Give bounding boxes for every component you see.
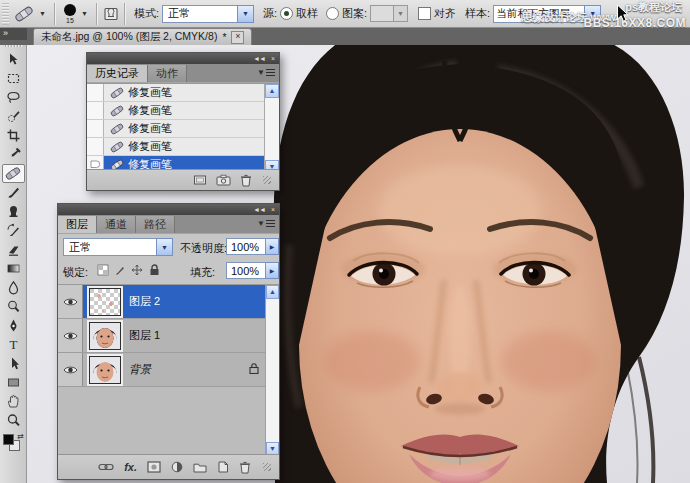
lock-transparency-icon[interactable]	[96, 263, 110, 277]
lock-position-icon[interactable]	[130, 263, 144, 277]
tool-hand[interactable]	[2, 392, 25, 411]
tool-rectangular-marquee[interactable]	[2, 69, 25, 88]
fill-control[interactable]: 100% ▶	[226, 262, 279, 279]
chevron-right-icon[interactable]: ▶	[266, 238, 279, 255]
clone-source-panel-icon[interactable]	[103, 6, 119, 22]
chevron-down-icon[interactable]: ▼	[584, 5, 601, 23]
color-swatches[interactable]: ⇄	[2, 432, 24, 452]
tool-quick-selection[interactable]	[2, 107, 25, 126]
history-item[interactable]: 修复画笔	[87, 84, 279, 102]
history-item[interactable]: 修复画笔	[87, 102, 279, 120]
layer-name[interactable]: 背景	[129, 362, 151, 377]
collapse-icon[interactable]: ◄◄	[253, 206, 265, 213]
scroll-up-icon[interactable]: ▲	[266, 285, 279, 299]
link-layers-icon[interactable]	[98, 462, 114, 472]
new-layer-icon[interactable]	[217, 461, 229, 473]
swap-colors-icon[interactable]: ⇄	[17, 432, 24, 441]
tab-actions[interactable]: 动作	[148, 65, 187, 82]
tool-move[interactable]	[2, 50, 25, 69]
trash-icon[interactable]	[239, 461, 251, 474]
layers-panel-titlebar[interactable]: ◄◄ ×	[58, 204, 279, 215]
history-source-checkbox[interactable]	[87, 138, 104, 155]
source-pattern-radio[interactable]	[326, 7, 339, 20]
close-icon[interactable]: ×	[271, 55, 275, 62]
close-icon[interactable]: ×	[271, 206, 275, 213]
adjustment-layer-icon[interactable]	[171, 461, 183, 473]
fill-value[interactable]: 100%	[226, 262, 266, 279]
history-item[interactable]: 修复画笔	[87, 138, 279, 156]
layer-name[interactable]: 图层 2	[129, 294, 160, 309]
toolbox-expand-button[interactable]: »	[0, 27, 27, 40]
trash-icon[interactable]	[240, 174, 252, 187]
add-layer-mask-icon[interactable]	[147, 461, 161, 473]
tool-eraser[interactable]	[2, 240, 25, 259]
layers-scrollbar[interactable]: ▲ ▼	[265, 285, 279, 456]
chevron-down-icon[interactable]: ▼	[394, 5, 408, 22]
chevron-down-icon[interactable]: ▼	[156, 238, 173, 256]
tool-path-selection[interactable]	[2, 354, 25, 373]
visibility-toggle[interactable]	[58, 353, 83, 386]
history-panel-titlebar[interactable]: ◄◄ ×	[87, 53, 279, 64]
panel-menu-icon[interactable]: ▼	[257, 68, 275, 77]
history-source-checkbox[interactable]	[87, 120, 104, 137]
layer-name[interactable]: 图层 1	[129, 328, 160, 343]
tool-lasso[interactable]	[2, 88, 25, 107]
tool-preset-picker[interactable]: ▼	[14, 5, 46, 23]
lock-all-icon[interactable]	[147, 263, 161, 277]
aligned-checkbox[interactable]	[418, 7, 431, 20]
layer2-thumbnail[interactable]	[89, 288, 121, 316]
visibility-toggle[interactable]	[58, 285, 83, 318]
tool-blur[interactable]	[2, 278, 25, 297]
scroll-up-icon[interactable]: ▲	[265, 84, 279, 98]
resize-grip[interactable]	[263, 176, 271, 184]
opacity-control[interactable]: 100% ▶	[226, 238, 279, 255]
tool-healing-brush[interactable]	[2, 164, 25, 183]
lock-pixels-icon[interactable]	[113, 263, 127, 277]
layer-row-background[interactable]: 背景	[58, 353, 279, 387]
brush-picker[interactable]: 15 ▼	[64, 4, 88, 24]
tool-gradient[interactable]	[2, 259, 25, 278]
tab-history[interactable]: 历史记录	[87, 65, 148, 82]
new-document-from-state-icon[interactable]	[193, 174, 207, 186]
history-source-checkbox[interactable]	[87, 84, 104, 101]
resize-grip[interactable]	[263, 463, 271, 471]
new-snapshot-icon[interactable]	[216, 174, 231, 186]
tab-layers[interactable]: 图层	[58, 216, 97, 233]
tool-dodge[interactable]	[2, 297, 25, 316]
tool-rectangle[interactable]	[2, 373, 25, 392]
new-group-icon[interactable]	[193, 462, 207, 473]
history-scrollbar[interactable]: ▲ ▼	[264, 84, 279, 174]
chevron-right-icon[interactable]: ▶	[266, 262, 279, 279]
options-bar-grip[interactable]	[2, 3, 9, 25]
tool-pen[interactable]	[2, 316, 25, 335]
tool-brush[interactable]	[2, 183, 25, 202]
collapse-icon[interactable]: ◄◄	[253, 55, 265, 62]
layer-style-icon[interactable]: fx.	[124, 461, 137, 473]
tab-channels[interactable]: 通道	[97, 216, 136, 233]
panel-menu-icon[interactable]: ▼	[257, 219, 275, 228]
history-item[interactable]: 修复画笔	[87, 120, 279, 138]
source-sampled-radio[interactable]	[280, 7, 293, 20]
tab-paths[interactable]: 路径	[136, 216, 175, 233]
tool-history-brush[interactable]	[2, 221, 25, 240]
sample-select[interactable]: 当前和下方图层 ▼	[493, 5, 601, 23]
mode-select[interactable]: 正常 ▼	[162, 5, 254, 23]
layer-row-layer2[interactable]: 图层 2	[58, 285, 279, 319]
tool-zoom[interactable]	[2, 411, 25, 430]
background-thumbnail[interactable]	[89, 356, 121, 384]
chevron-down-icon[interactable]: ▼	[237, 5, 254, 23]
visibility-toggle[interactable]	[58, 319, 83, 352]
opacity-value[interactable]: 100%	[226, 238, 266, 255]
tool-type[interactable]: T	[2, 335, 25, 354]
foreground-color-swatch[interactable]	[3, 434, 14, 445]
layer-row-layer1[interactable]: 图层 1	[58, 319, 279, 353]
close-icon[interactable]: ×	[231, 31, 244, 44]
document-tab[interactable]: 未命名.jpg @ 100% (图层 2, CMYK/8) * ×	[33, 28, 252, 45]
blend-mode-select[interactable]: 正常 ▼	[63, 238, 173, 256]
tool-clone-stamp[interactable]	[2, 202, 25, 221]
tool-eyedropper[interactable]	[2, 145, 25, 164]
tool-crop[interactable]	[2, 126, 25, 145]
history-source-checkbox[interactable]	[87, 102, 104, 119]
pattern-picker[interactable]: ▼	[370, 5, 408, 22]
layer1-thumbnail[interactable]	[89, 322, 121, 350]
